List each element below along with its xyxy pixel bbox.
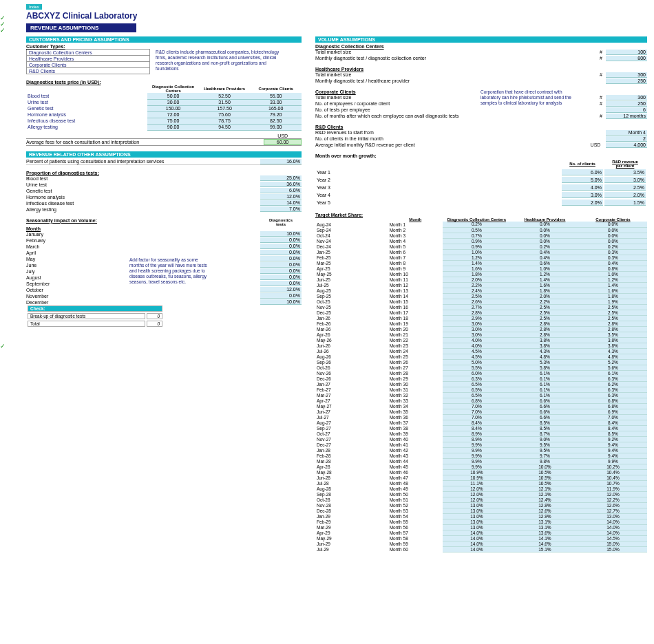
tms-val[interactable]: 0.0% (511, 238, 579, 244)
tms-val[interactable]: 0.0% (579, 233, 647, 238)
tms-val[interactable]: 0.4% (579, 260, 647, 266)
tms-val[interactable]: 2.9% (443, 315, 511, 321)
tms-val[interactable]: 12.9% (511, 513, 579, 519)
mom-b[interactable]: 2.0% (604, 192, 646, 198)
avg-fees-val[interactable]: 60.00 (264, 139, 302, 145)
season-val[interactable]: 10.0% (260, 231, 302, 237)
tms-val[interactable]: 2.5% (511, 304, 579, 310)
tms-val[interactable]: 2.5% (511, 310, 579, 315)
tms-val[interactable]: 0.3% (579, 255, 647, 260)
cc-v3[interactable]: 6 (606, 107, 647, 113)
tms-val[interactable]: 6.8% (579, 398, 647, 403)
tms-val[interactable]: 14.0% (443, 541, 511, 546)
price-cell[interactable]: 78.75 (199, 118, 251, 124)
season-val[interactable]: 0.0% (260, 262, 302, 268)
tms-val[interactable]: 0.7% (443, 233, 511, 238)
tms-val[interactable]: 6.2% (579, 381, 647, 387)
tms-val[interactable]: 2.6% (443, 299, 511, 304)
tms-val[interactable]: 0.4% (511, 255, 579, 260)
tms-val[interactable]: 5.8% (511, 365, 579, 370)
dcc-v2[interactable]: 800 (606, 56, 647, 61)
tms-val[interactable]: 5.6% (579, 365, 647, 370)
tms-val[interactable]: 2.8% (511, 326, 579, 332)
tms-val[interactable]: 6.1% (511, 381, 579, 387)
tms-val[interactable]: 1.8% (443, 271, 511, 277)
tms-val[interactable]: 6.6% (511, 414, 579, 420)
tms-val[interactable]: 7.0% (443, 403, 511, 409)
tms-val[interactable]: 1.8% (511, 288, 579, 293)
tms-val[interactable]: 14.0% (579, 530, 647, 535)
tms-val[interactable]: 2.0% (443, 277, 511, 282)
season-val[interactable]: 0.0% (260, 268, 302, 274)
season-val[interactable]: 0.0% (260, 281, 302, 286)
tms-val[interactable]: 9.0% (511, 436, 579, 442)
tms-val[interactable]: 10.4% (579, 469, 647, 475)
tms-val[interactable]: 0.0% (579, 238, 647, 244)
tms-val[interactable]: 2.7% (443, 304, 511, 310)
tms-val[interactable]: 3.5% (579, 332, 647, 337)
tms-val[interactable]: 3.0% (443, 332, 511, 337)
tms-val[interactable]: 14.0% (579, 524, 647, 530)
tms-val[interactable]: 1.6% (443, 266, 511, 271)
season-val[interactable]: 0.0% (260, 250, 302, 255)
price-cell[interactable]: 33.00 (250, 99, 302, 105)
tms-val[interactable]: 1.2% (511, 271, 579, 277)
price-cell[interactable]: 52.50 (199, 93, 251, 99)
tms-val[interactable]: 0.3% (579, 249, 647, 255)
tms-val[interactable]: 13.0% (443, 508, 511, 513)
tms-val[interactable]: 0.0% (579, 222, 647, 227)
rd-v1[interactable]: Month 4 (606, 130, 647, 136)
season-val[interactable]: 10.0% (260, 299, 302, 305)
tms-val[interactable]: 1.2% (579, 277, 647, 282)
tms-val[interactable]: 13.0% (443, 502, 511, 508)
tms-val[interactable]: 9.8% (511, 458, 579, 464)
tms-val[interactable]: 3.0% (443, 321, 511, 326)
hp-v1[interactable]: 300 (606, 72, 647, 78)
tms-val[interactable]: 6.1% (511, 392, 579, 398)
tms-val[interactable]: 2.8% (511, 332, 579, 337)
tms-val[interactable]: 4.5% (443, 348, 511, 354)
price-cell[interactable]: 165.00 (250, 105, 302, 111)
tms-val[interactable]: 6.3% (443, 376, 511, 381)
tms-val[interactable]: 0.9% (443, 244, 511, 249)
hp-v2[interactable]: 250 (606, 78, 647, 84)
tms-val[interactable]: 6.1% (511, 387, 579, 392)
price-cell[interactable]: 75.60 (199, 111, 251, 118)
tms-val[interactable]: 0.6% (511, 260, 579, 266)
tms-val[interactable]: 2.5% (579, 304, 647, 310)
tms-val[interactable]: 14.0% (443, 535, 511, 541)
tms-val[interactable]: 3.8% (511, 337, 579, 343)
tms-val[interactable]: 10.5% (511, 480, 579, 486)
mom-a[interactable]: 5.0% (562, 177, 603, 183)
mom-a[interactable]: 3.0% (562, 192, 603, 198)
tms-val[interactable]: 9.5% (511, 442, 579, 447)
tms-val[interactable]: 8.9% (443, 431, 511, 436)
price-cell[interactable]: 72.00 (147, 111, 199, 118)
tms-val[interactable]: 8.5% (579, 431, 647, 436)
tms-val[interactable]: 2.5% (579, 310, 647, 315)
tms-val[interactable]: 9.9% (443, 447, 511, 453)
price-cell[interactable]: 157.50 (199, 105, 251, 111)
mom-b[interactable]: 3.5% (604, 169, 646, 175)
price-cell[interactable]: 30.00 (147, 99, 199, 105)
tms-val[interactable]: 12.1% (511, 486, 579, 491)
tms-val[interactable]: 9.4% (579, 447, 647, 453)
tms-val[interactable]: 12.6% (579, 502, 647, 508)
prop-row-val[interactable]: 7.0% (260, 206, 302, 212)
tms-val[interactable]: 15.0% (579, 541, 647, 546)
tms-val[interactable]: 6.1% (511, 370, 579, 376)
tms-val[interactable]: 2.8% (579, 321, 647, 326)
tms-val[interactable]: 12.6% (511, 508, 579, 513)
tms-val[interactable]: 8.4% (443, 420, 511, 425)
tms-val[interactable]: 1.6% (579, 288, 647, 293)
tms-val[interactable]: 10.9% (443, 475, 511, 480)
tms-val[interactable]: 0.8% (579, 266, 647, 271)
tms-val[interactable]: 6.8% (579, 403, 647, 409)
prop-row-val[interactable]: 14.0% (260, 200, 302, 206)
cc-v1[interactable]: 300 (606, 95, 647, 100)
tms-val[interactable]: 5.0% (443, 359, 511, 365)
tms-val[interactable]: 8.4% (579, 425, 647, 431)
tms-val[interactable]: 6.3% (579, 387, 647, 392)
cc-v2[interactable]: 250 (606, 101, 647, 107)
mom-b[interactable]: 1.5% (604, 200, 646, 206)
